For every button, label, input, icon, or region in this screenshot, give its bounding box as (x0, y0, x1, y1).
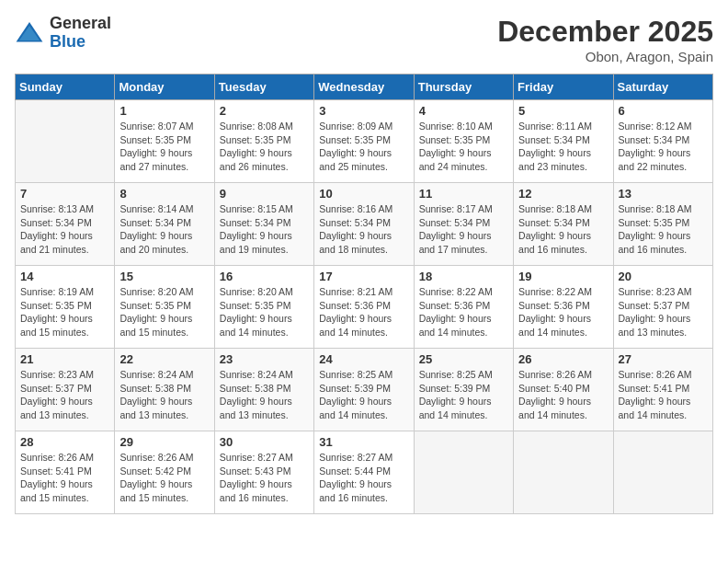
column-header-saturday: Saturday (613, 75, 712, 100)
day-info: Sunrise: 8:25 AMSunset: 5:39 PMDaylight:… (419, 368, 508, 422)
day-info: Sunrise: 8:18 AMSunset: 5:35 PMDaylight:… (619, 202, 708, 257)
day-info: Sunrise: 8:13 AMSunset: 5:34 PMDaylight:… (20, 202, 109, 257)
column-header-friday: Friday (514, 75, 613, 100)
calendar-cell: 14 Sunrise: 8:19 AMSunset: 5:35 PMDaylig… (16, 266, 115, 349)
calendar-cell: 10 Sunrise: 8:16 AMSunset: 5:34 PMDaylig… (314, 183, 414, 266)
calendar-cell: 3 Sunrise: 8:09 AMSunset: 5:35 PMDayligh… (314, 100, 414, 183)
day-number: 25 (419, 352, 508, 366)
week-row-2: 7 Sunrise: 8:13 AMSunset: 5:34 PMDayligh… (16, 183, 713, 266)
calendar-cell: 5 Sunrise: 8:11 AMSunset: 5:34 PMDayligh… (514, 100, 613, 183)
calendar-cell: 7 Sunrise: 8:13 AMSunset: 5:34 PMDayligh… (16, 183, 115, 266)
day-info: Sunrise: 8:25 AMSunset: 5:39 PMDaylight:… (319, 368, 408, 422)
day-number: 19 (518, 270, 608, 283)
day-number: 9 (220, 187, 309, 201)
day-info: Sunrise: 8:24 AMSunset: 5:38 PMDaylight:… (220, 368, 309, 422)
day-number: 16 (220, 270, 309, 283)
day-info: Sunrise: 8:16 AMSunset: 5:34 PMDaylight:… (319, 202, 408, 257)
week-row-5: 28 Sunrise: 8:26 AMSunset: 5:41 PMDaylig… (16, 431, 713, 514)
week-row-3: 14 Sunrise: 8:19 AMSunset: 5:35 PMDaylig… (16, 266, 713, 349)
calendar-cell: 31 Sunrise: 8:27 AMSunset: 5:44 PMDaylig… (314, 431, 414, 514)
day-number: 7 (20, 187, 109, 201)
day-info: Sunrise: 8:12 AMSunset: 5:34 PMDaylight:… (619, 120, 708, 174)
day-number: 15 (119, 270, 209, 283)
calendar-cell: 19 Sunrise: 8:22 AMSunset: 5:36 PMDaylig… (514, 266, 613, 349)
calendar-cell: 25 Sunrise: 8:25 AMSunset: 5:39 PMDaylig… (414, 349, 513, 431)
day-info: Sunrise: 8:20 AMSunset: 5:35 PMDaylight:… (119, 285, 209, 339)
calendar-cell: 24 Sunrise: 8:25 AMSunset: 5:39 PMDaylig… (314, 349, 414, 431)
day-info: Sunrise: 8:23 AMSunset: 5:37 PMDaylight:… (20, 368, 109, 422)
day-info: Sunrise: 8:19 AMSunset: 5:35 PMDaylight:… (20, 285, 109, 339)
calendar-cell: 1 Sunrise: 8:07 AMSunset: 5:35 PMDayligh… (115, 100, 214, 183)
calendar-cell (613, 431, 712, 514)
logo-blue: Blue (50, 32, 85, 51)
calendar-cell: 9 Sunrise: 8:15 AMSunset: 5:34 PMDayligh… (214, 183, 313, 266)
day-info: Sunrise: 8:26 AMSunset: 5:40 PMDaylight:… (518, 368, 608, 422)
calendar-cell: 8 Sunrise: 8:14 AMSunset: 5:34 PMDayligh… (115, 183, 214, 266)
column-header-tuesday: Tuesday (214, 75, 313, 100)
logo-icon (15, 18, 44, 48)
day-number: 2 (220, 104, 309, 118)
column-header-sunday: Sunday (16, 75, 115, 100)
day-info: Sunrise: 8:26 AMSunset: 5:42 PMDaylight:… (119, 451, 209, 505)
day-number: 10 (319, 187, 408, 201)
calendar-cell: 28 Sunrise: 8:26 AMSunset: 5:41 PMDaylig… (16, 431, 115, 514)
day-info: Sunrise: 8:20 AMSunset: 5:35 PMDaylight:… (220, 285, 309, 339)
header-row: SundayMondayTuesdayWednesdayThursdayFrid… (16, 75, 713, 100)
day-number: 11 (419, 187, 508, 201)
calendar-cell: 20 Sunrise: 8:23 AMSunset: 5:37 PMDaylig… (613, 266, 712, 349)
calendar-cell: 16 Sunrise: 8:20 AMSunset: 5:35 PMDaylig… (214, 266, 313, 349)
calendar-table: SundayMondayTuesdayWednesdayThursdayFrid… (15, 74, 713, 514)
day-info: Sunrise: 8:15 AMSunset: 5:34 PMDaylight:… (220, 202, 309, 257)
calendar-cell: 15 Sunrise: 8:20 AMSunset: 5:35 PMDaylig… (115, 266, 214, 349)
day-number: 13 (619, 187, 708, 201)
calendar-cell: 17 Sunrise: 8:21 AMSunset: 5:36 PMDaylig… (314, 266, 414, 349)
month-title: December 2025 (497, 15, 713, 49)
day-number: 22 (119, 352, 209, 366)
calendar-cell: 30 Sunrise: 8:27 AMSunset: 5:43 PMDaylig… (214, 431, 313, 514)
calendar-cell: 2 Sunrise: 8:08 AMSunset: 5:35 PMDayligh… (214, 100, 313, 183)
day-number: 8 (119, 187, 209, 201)
day-number: 6 (619, 104, 708, 118)
day-info: Sunrise: 8:07 AMSunset: 5:35 PMDaylight:… (119, 120, 209, 174)
day-info: Sunrise: 8:14 AMSunset: 5:34 PMDaylight:… (119, 202, 209, 257)
day-number: 17 (319, 270, 408, 283)
day-info: Sunrise: 8:10 AMSunset: 5:35 PMDaylight:… (419, 120, 508, 174)
calendar-cell: 27 Sunrise: 8:26 AMSunset: 5:41 PMDaylig… (613, 349, 712, 431)
location: Obon, Aragon, Spain (497, 49, 713, 64)
calendar-cell: 22 Sunrise: 8:24 AMSunset: 5:38 PMDaylig… (115, 349, 214, 431)
day-number: 4 (419, 104, 508, 118)
day-number: 12 (518, 187, 608, 201)
calendar-cell: 18 Sunrise: 8:22 AMSunset: 5:36 PMDaylig… (414, 266, 513, 349)
day-number: 18 (419, 270, 508, 283)
calendar-cell (414, 431, 513, 514)
logo: General Blue (15, 15, 111, 52)
day-info: Sunrise: 8:22 AMSunset: 5:36 PMDaylight:… (518, 285, 608, 339)
calendar-cell: 11 Sunrise: 8:17 AMSunset: 5:34 PMDaylig… (414, 183, 513, 266)
day-number: 30 (220, 435, 309, 449)
day-number: 21 (20, 352, 109, 366)
day-info: Sunrise: 8:26 AMSunset: 5:41 PMDaylight:… (619, 368, 708, 422)
calendar-cell: 26 Sunrise: 8:26 AMSunset: 5:40 PMDaylig… (514, 349, 613, 431)
day-number: 5 (518, 104, 608, 118)
day-number: 14 (20, 270, 109, 283)
day-number: 3 (319, 104, 408, 118)
calendar-cell: 12 Sunrise: 8:18 AMSunset: 5:34 PMDaylig… (514, 183, 613, 266)
page-header: General Blue December 2025 Obon, Aragon,… (15, 15, 713, 64)
calendar-cell (514, 431, 613, 514)
day-number: 1 (119, 104, 209, 118)
day-number: 24 (319, 352, 408, 366)
week-row-4: 21 Sunrise: 8:23 AMSunset: 5:37 PMDaylig… (16, 349, 713, 431)
calendar-cell: 21 Sunrise: 8:23 AMSunset: 5:37 PMDaylig… (16, 349, 115, 431)
logo-general: General (50, 14, 111, 32)
calendar-cell (16, 100, 115, 183)
day-info: Sunrise: 8:26 AMSunset: 5:41 PMDaylight:… (20, 451, 109, 505)
column-header-thursday: Thursday (414, 75, 513, 100)
day-info: Sunrise: 8:22 AMSunset: 5:36 PMDaylight:… (419, 285, 508, 339)
calendar-cell: 13 Sunrise: 8:18 AMSunset: 5:35 PMDaylig… (613, 183, 712, 266)
day-info: Sunrise: 8:27 AMSunset: 5:44 PMDaylight:… (319, 451, 408, 505)
calendar-cell: 4 Sunrise: 8:10 AMSunset: 5:35 PMDayligh… (414, 100, 513, 183)
day-info: Sunrise: 8:18 AMSunset: 5:34 PMDaylight:… (518, 202, 608, 257)
calendar-cell: 6 Sunrise: 8:12 AMSunset: 5:34 PMDayligh… (613, 100, 712, 183)
calendar-cell: 23 Sunrise: 8:24 AMSunset: 5:38 PMDaylig… (214, 349, 313, 431)
day-info: Sunrise: 8:23 AMSunset: 5:37 PMDaylight:… (619, 285, 708, 339)
